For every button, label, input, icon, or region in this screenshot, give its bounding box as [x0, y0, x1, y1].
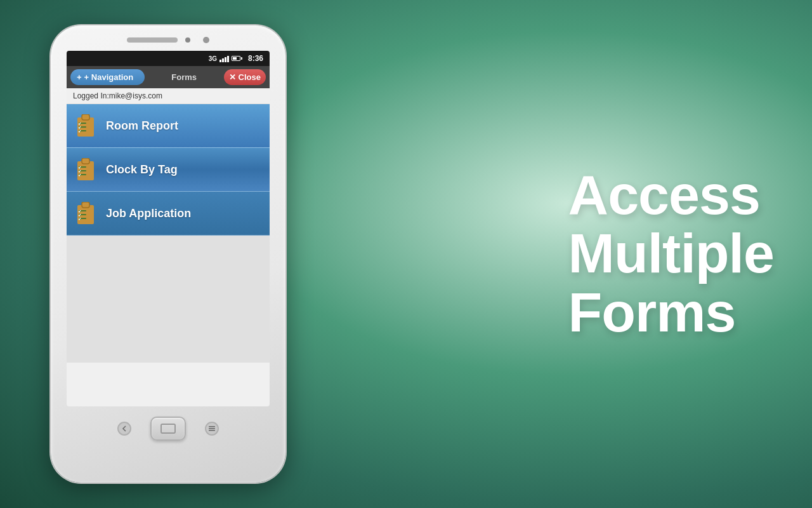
hero-text: Access Multiple Forms: [568, 166, 774, 342]
form-item-room-report[interactable]: Room Report: [67, 104, 270, 148]
signal-bar-2: [222, 58, 224, 62]
signal-bars: [219, 55, 229, 62]
battery-body: [232, 56, 240, 61]
svg-rect-26: [209, 430, 215, 431]
clipboard-icon-clock: [76, 158, 95, 181]
clipboard-icon-job: [76, 202, 95, 225]
svg-rect-6: [80, 130, 86, 131]
svg-rect-18: [80, 210, 86, 211]
phone-speaker: [127, 37, 178, 43]
forms-label: Forms: [171, 72, 197, 82]
close-label: Close: [239, 72, 261, 82]
hero-line2: Multiple: [568, 225, 774, 283]
phone-bottom-buttons: [51, 406, 285, 455]
battery-tip: [241, 57, 242, 60]
svg-rect-24: [209, 426, 215, 427]
room-report-label: Room Report: [106, 119, 178, 133]
signal-bar-4: [227, 56, 229, 62]
home-button[interactable]: [150, 417, 186, 441]
svg-rect-22: [80, 218, 86, 219]
navigation-label: + Navigation: [84, 72, 134, 82]
menu-button[interactable]: [205, 422, 219, 436]
forms-button[interactable]: Forms: [147, 69, 221, 85]
home-button-inner: [160, 424, 176, 434]
menu-icon: [208, 425, 216, 432]
hero-line1: Access: [568, 166, 774, 224]
back-button[interactable]: [117, 422, 131, 436]
phone-dot1: [185, 37, 190, 43]
navigation-plus-icon: +: [77, 72, 82, 82]
svg-rect-9: [82, 158, 89, 164]
form-list: Room Report: [67, 104, 270, 236]
close-button[interactable]: ✕ Close: [224, 69, 266, 85]
phone-screen: 3G 8:36: [67, 51, 270, 406]
screen-empty-area: [67, 236, 270, 363]
svg-rect-14: [80, 174, 86, 175]
phone-device: 3G 8:36: [51, 25, 285, 483]
hero-line3: Forms: [568, 283, 774, 342]
logged-in-text: Logged In:mike@isys.com: [73, 91, 162, 100]
form-item-job-application[interactable]: Job Application: [67, 192, 270, 236]
battery-indicator: [232, 56, 242, 61]
svg-rect-20: [80, 214, 86, 215]
nav-bar: + + Navigation Forms ✕ Close: [67, 66, 270, 88]
phone-top-bar: [51, 25, 285, 43]
svg-rect-12: [80, 170, 86, 171]
back-icon: [121, 425, 128, 432]
svg-rect-2: [80, 123, 86, 124]
room-report-icon: [74, 113, 97, 138]
signal-bar-3: [225, 57, 226, 62]
svg-rect-4: [80, 126, 86, 128]
navigation-button[interactable]: + + Navigation: [70, 69, 145, 85]
phone-body: 3G 8:36: [51, 25, 285, 483]
svg-rect-25: [209, 428, 215, 429]
svg-rect-10: [80, 166, 86, 168]
job-application-icon: [74, 201, 97, 226]
close-x-icon: ✕: [229, 72, 236, 82]
clipboard-icon-room: [76, 114, 95, 137]
network-indicator: 3G: [209, 55, 217, 62]
clock-by-tag-icon: [74, 157, 97, 182]
status-icons: 3G: [209, 55, 242, 62]
svg-rect-17: [82, 202, 89, 208]
phone-camera: [203, 37, 209, 43]
signal-bar-1: [219, 60, 221, 62]
status-bar: 3G 8:36: [67, 51, 270, 66]
logged-in-bar: Logged In:mike@isys.com: [67, 88, 270, 104]
battery-fill: [233, 57, 237, 60]
clock-by-tag-label: Clock By Tag: [106, 163, 178, 177]
form-item-clock-by-tag[interactable]: Clock By Tag: [67, 148, 270, 192]
status-time: 8:36: [248, 54, 263, 63]
job-application-label: Job Application: [106, 207, 191, 220]
svg-rect-1: [82, 114, 89, 120]
